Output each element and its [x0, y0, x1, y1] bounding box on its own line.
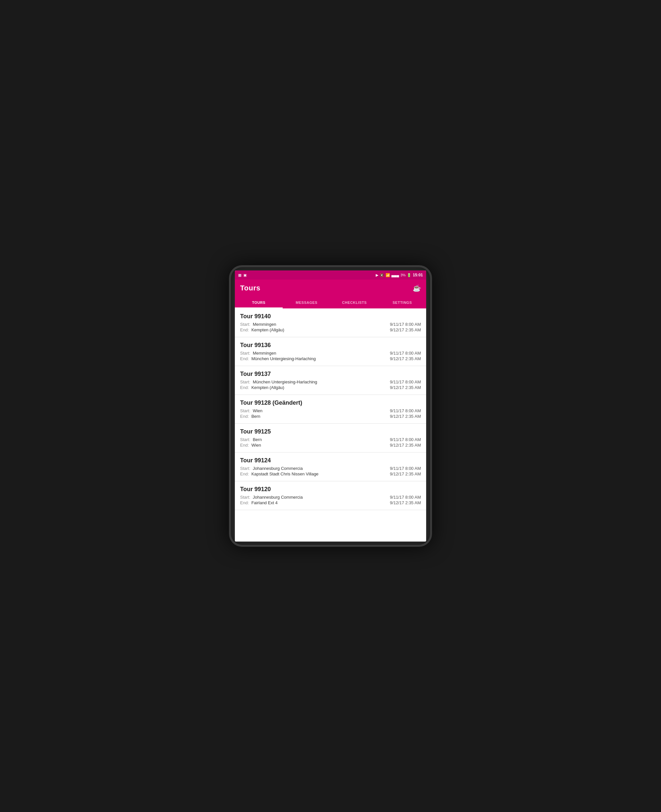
- tour-name: Tour 99124: [240, 457, 421, 464]
- location-icon: ▶: [376, 273, 378, 277]
- tour-start-time: 9/11/17 8:00 AM: [390, 322, 421, 327]
- tour-end-location: End: München Untergiesing-Harlaching: [240, 356, 316, 361]
- status-left-icons: ▩ ▣: [238, 273, 247, 277]
- tour-start-location: Start: Wien: [240, 408, 262, 413]
- tour-name: Tour 99140: [240, 313, 421, 320]
- tour-start-value: Johannesburg Commercia: [253, 466, 303, 471]
- device-frame: ▩ ▣ ▶ 🔇 📶 ▄▄▄ 3% 🔋 15:01 Tours ☕ TOURS M…: [229, 265, 432, 547]
- tour-end-value: Fairland Ext 4: [251, 500, 278, 505]
- tour-end-location: End: Kempten (Allgäu): [240, 385, 284, 390]
- tour-start-location: Start: Johannesburg Commercia: [240, 495, 303, 500]
- tour-name: Tour 99128 (Geändert): [240, 400, 421, 406]
- tour-end-location: End: Bern: [240, 414, 260, 419]
- tour-start-value: Wien: [253, 408, 263, 413]
- tour-start-value: Memmingen: [253, 351, 276, 355]
- tour-start-row: Start: Johannesburg Commercia 9/11/17 8:…: [240, 466, 421, 471]
- tour-start-row: Start: Memmingen 9/11/17 8:00 AM: [240, 322, 421, 327]
- phone-icon: ▩: [238, 273, 241, 277]
- tour-start-value: Bern: [253, 437, 262, 442]
- tour-end-row: End: Kempten (Allgäu) 9/12/17 2:35 AM: [240, 327, 421, 332]
- signal-icon: ▄▄▄: [391, 273, 399, 277]
- tour-start-label: Start:: [240, 351, 250, 355]
- tour-start-row: Start: Memmingen 9/11/17 8:00 AM: [240, 351, 421, 355]
- wifi-icon: 📶: [386, 273, 390, 277]
- tour-end-value: Kempten (Allgäu): [251, 327, 284, 332]
- tour-list: Tour 99140 Start: Memmingen 9/11/17 8:00…: [235, 309, 426, 541]
- tour-start-location: Start: Johannesburg Commercia: [240, 466, 303, 471]
- status-right-icons: ▶ 🔇 📶 ▄▄▄ 3% 🔋 15:01: [376, 273, 423, 277]
- tour-end-time: 9/12/17 2:35 AM: [390, 443, 421, 447]
- tour-start-row: Start: München Untergiesing-Harlaching 9…: [240, 379, 421, 384]
- tour-name: Tour 99137: [240, 371, 421, 377]
- tour-end-label: End:: [240, 356, 249, 361]
- tour-item[interactable]: Tour 99128 (Geändert) Start: Wien 9/11/1…: [235, 395, 426, 424]
- tour-end-row: End: Wien 9/12/17 2:35 AM: [240, 443, 421, 447]
- tour-start-label: Start:: [240, 466, 250, 471]
- tour-item[interactable]: Tour 99120 Start: Johannesburg Commercia…: [235, 481, 426, 510]
- tour-end-time: 9/12/17 2:35 AM: [390, 500, 421, 505]
- tour-end-value: Kapstadt Stadt Chris Nissen Village: [251, 471, 318, 476]
- tour-start-label: Start:: [240, 437, 250, 442]
- tour-item[interactable]: Tour 99124 Start: Johannesburg Commercia…: [235, 452, 426, 481]
- tour-end-time: 9/12/17 2:35 AM: [390, 471, 421, 476]
- tour-end-time: 9/12/17 2:35 AM: [390, 385, 421, 390]
- tour-end-label: End:: [240, 471, 249, 476]
- tour-start-time: 9/11/17 8:00 AM: [390, 495, 421, 500]
- tour-end-time: 9/12/17 2:35 AM: [390, 356, 421, 361]
- tour-end-row: End: Kapstadt Stadt Chris Nissen Village…: [240, 471, 421, 476]
- tour-start-row: Start: Johannesburg Commercia 9/11/17 8:…: [240, 495, 421, 500]
- tour-start-row: Start: Bern 9/11/17 8:00 AM: [240, 437, 421, 442]
- tour-end-time: 9/12/17 2:35 AM: [390, 414, 421, 419]
- tour-item[interactable]: Tour 99137 Start: München Untergiesing-H…: [235, 366, 426, 395]
- tour-end-value: Kempten (Allgäu): [251, 385, 284, 390]
- tour-end-row: End: Kempten (Allgäu) 9/12/17 2:35 AM: [240, 385, 421, 390]
- tour-item[interactable]: Tour 99125 Start: Bern 9/11/17 8:00 AM E…: [235, 424, 426, 452]
- tour-start-value: Johannesburg Commercia: [253, 495, 303, 500]
- tab-messages[interactable]: MESSAGES: [283, 297, 330, 309]
- tour-start-row: Start: Wien 9/11/17 8:00 AM: [240, 408, 421, 413]
- tour-end-label: End:: [240, 500, 249, 505]
- tour-name: Tour 99125: [240, 428, 421, 435]
- tour-end-value: Wien: [251, 443, 261, 447]
- tour-end-time: 9/12/17 2:35 AM: [390, 327, 421, 332]
- tour-start-time: 9/11/17 8:00 AM: [390, 437, 421, 442]
- tour-start-time: 9/11/17 8:00 AM: [390, 379, 421, 384]
- tour-end-location: End: Fairland Ext 4: [240, 500, 278, 505]
- tour-end-value: München Untergiesing-Harlaching: [251, 356, 316, 361]
- battery-icon: 🔋: [407, 273, 411, 277]
- tour-end-location: End: Wien: [240, 443, 261, 447]
- tour-end-value: Bern: [251, 414, 260, 419]
- status-time: 15:01: [413, 273, 423, 277]
- tab-tours[interactable]: TOURS: [235, 297, 283, 309]
- tour-end-label: End:: [240, 385, 249, 390]
- app-title: Tours: [240, 284, 260, 292]
- tour-start-label: Start:: [240, 379, 250, 384]
- tour-start-label: Start:: [240, 495, 250, 500]
- tab-bar: TOURS MESSAGES CHECKLISTS SETTINGS: [235, 297, 426, 309]
- mute-icon: 🔇: [380, 273, 384, 277]
- status-bar: ▩ ▣ ▶ 🔇 📶 ▄▄▄ 3% 🔋 15:01: [235, 271, 426, 280]
- image-icon: ▣: [243, 273, 247, 277]
- tour-end-label: End:: [240, 327, 249, 332]
- tab-checklists[interactable]: CHECKLISTS: [330, 297, 378, 309]
- tour-end-label: End:: [240, 443, 249, 447]
- tour-start-value: Memmingen: [253, 322, 276, 327]
- tour-end-location: End: Kempten (Allgäu): [240, 327, 284, 332]
- tour-end-row: End: Fairland Ext 4 9/12/17 2:35 AM: [240, 500, 421, 505]
- battery-text: 3%: [400, 273, 406, 277]
- tour-end-label: End:: [240, 414, 249, 419]
- tour-start-location: Start: Bern: [240, 437, 262, 442]
- coffee-icon[interactable]: ☕: [413, 284, 421, 292]
- tour-start-label: Start:: [240, 322, 250, 327]
- tour-start-value: München Untergiesing-Harlaching: [253, 379, 318, 384]
- tour-item[interactable]: Tour 99136 Start: Memmingen 9/11/17 8:00…: [235, 337, 426, 366]
- tab-settings[interactable]: SETTINGS: [378, 297, 426, 309]
- tour-start-label: Start:: [240, 408, 250, 413]
- tour-start-time: 9/11/17 8:00 AM: [390, 408, 421, 413]
- tour-end-row: End: Bern 9/12/17 2:35 AM: [240, 414, 421, 419]
- tour-item[interactable]: Tour 99140 Start: Memmingen 9/11/17 8:00…: [235, 309, 426, 337]
- app-bar: Tours ☕: [235, 280, 426, 297]
- tour-end-row: End: München Untergiesing-Harlaching 9/1…: [240, 356, 421, 361]
- device-screen: ▩ ▣ ▶ 🔇 📶 ▄▄▄ 3% 🔋 15:01 Tours ☕ TOURS M…: [235, 271, 426, 541]
- tour-start-location: Start: Memmingen: [240, 351, 276, 355]
